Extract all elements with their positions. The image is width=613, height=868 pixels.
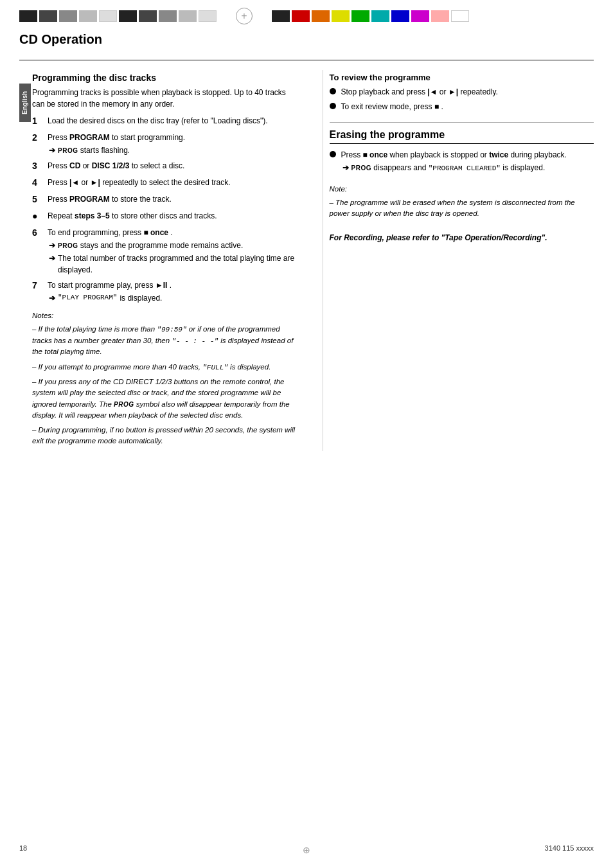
step2-arrow: ➔ prog starts flashing. bbox=[49, 145, 297, 156]
crosshair-bottom-center: ⊕ bbox=[303, 845, 310, 855]
step-content-7: To start programme play, press ►II . ➔ "… bbox=[48, 279, 297, 304]
erase-bullets: Press ■ once when playback is stopped or… bbox=[330, 149, 594, 174]
color-block-r4 bbox=[332, 10, 350, 22]
review-bullet-text-2: To exit review mode, press ■ . bbox=[341, 101, 443, 112]
review-heading: To review the programme bbox=[330, 73, 594, 82]
review-bullets: Stop playback and press |◄ or ►| repeate… bbox=[330, 86, 594, 112]
step-number-6: 6 bbox=[32, 226, 42, 276]
step7-arrow: ➔ "PLAY PROGRAM" is displayed. bbox=[49, 292, 297, 304]
step-number-7: 7 bbox=[32, 279, 42, 304]
step-1: 1 Load the desired discs on the disc tra… bbox=[32, 115, 297, 128]
step-3: 3 Press CD or DISC 1/2/3 to select a dis… bbox=[32, 160, 297, 173]
step-content-6: To end programming, press ■ once . ➔ pro… bbox=[48, 227, 297, 276]
color-strip-right bbox=[272, 10, 469, 22]
steps-list: 1 Load the desired discs on the disc tra… bbox=[32, 115, 297, 304]
note-2: – If you attempt to programme more than … bbox=[32, 362, 297, 373]
color-block-9 bbox=[179, 10, 197, 22]
notes-title: Notes: bbox=[32, 310, 297, 321]
erase-subsection: Erasing the programme Press ■ once when … bbox=[330, 129, 594, 174]
color-block-7 bbox=[139, 10, 157, 22]
step-number-2: 2 bbox=[32, 131, 42, 156]
step-content-2: Press PROGRAM to start programming. ➔ pr… bbox=[48, 132, 297, 156]
step-content-repeat: Repeat steps 3–5 to store other discs an… bbox=[48, 210, 297, 223]
page-number: 18 bbox=[19, 844, 27, 852]
color-block-r5 bbox=[351, 10, 369, 22]
step-bullet-repeat: ● bbox=[32, 209, 42, 223]
color-block-8 bbox=[159, 10, 177, 22]
notes-section: Notes: – If the total playing time is mo… bbox=[32, 310, 297, 447]
crosshair-circle-top bbox=[236, 8, 253, 24]
recording-note: For Recording, please refer to "Tape Ope… bbox=[330, 232, 594, 244]
step-7: 7 To start programme play, press ►II . ➔… bbox=[32, 279, 297, 304]
note-1: – If the total playing time is more than… bbox=[32, 324, 297, 357]
color-strip-left bbox=[19, 10, 217, 22]
step-number-1: 1 bbox=[32, 114, 42, 128]
bullet-dot-1 bbox=[330, 88, 336, 94]
review-bullet-text-1: Stop playback and press |◄ or ►| repeate… bbox=[341, 86, 498, 98]
main-content: CD Operation Programming the disc tracks… bbox=[0, 32, 613, 470]
step-5: 5 Press PROGRAM to store the track. bbox=[32, 193, 297, 206]
step-repeat: ● Repeat steps 3–5 to store other discs … bbox=[32, 210, 297, 223]
two-column-layout: Programming the disc tracks Programming … bbox=[19, 70, 594, 451]
language-label: English bbox=[19, 84, 31, 122]
left-column: Programming the disc tracks Programming … bbox=[19, 70, 303, 451]
top-bar bbox=[0, 0, 613, 32]
doc-number: 3140 115 xxxxx bbox=[545, 844, 594, 852]
step-number-3: 3 bbox=[32, 159, 42, 173]
main-divider bbox=[19, 60, 594, 60]
color-block-5 bbox=[99, 10, 117, 22]
page-container: English CD Operation Programming the dis… bbox=[0, 0, 613, 868]
step-content-1: Load the desired discs on the disc tray … bbox=[48, 115, 297, 128]
erase-note-subsection: Note: – The programme will be erased whe… bbox=[330, 184, 594, 220]
color-block-r3 bbox=[312, 10, 330, 22]
right-divider bbox=[330, 122, 594, 123]
color-block-r6 bbox=[371, 10, 389, 22]
erase-bullet-content-1: Press ■ once when playback is stopped or… bbox=[341, 149, 567, 174]
color-block-r10 bbox=[451, 10, 469, 22]
color-block-10 bbox=[199, 10, 217, 22]
step-4: 4 Press |◄ or ►| repeatedly to select th… bbox=[32, 177, 297, 190]
step-content-5: Press PROGRAM to store the track. bbox=[48, 193, 297, 206]
step6-arrow1: ➔ prog stays and the programme mode rema… bbox=[49, 240, 297, 251]
color-block-r2 bbox=[292, 10, 310, 22]
step6-arrow2: ➔ The total number of tracks programmed … bbox=[49, 252, 297, 276]
erase-note-title: Note: bbox=[330, 184, 594, 195]
bullet-dot-erase-1 bbox=[330, 151, 336, 157]
bullet-dot-2 bbox=[330, 103, 336, 109]
color-block-r7 bbox=[391, 10, 409, 22]
erase-bullet-1: Press ■ once when playback is stopped or… bbox=[330, 149, 594, 174]
step-number-5: 5 bbox=[32, 193, 42, 206]
step-6: 6 To end programming, press ■ once . ➔ p… bbox=[32, 227, 297, 276]
color-block-6 bbox=[119, 10, 137, 22]
section-title: CD Operation bbox=[19, 32, 594, 50]
erase-note-1: – The programme will be erased when the … bbox=[330, 197, 594, 220]
step-2: 2 Press PROGRAM to start programming. ➔ … bbox=[32, 132, 297, 156]
color-block-4 bbox=[79, 10, 97, 22]
step-number-4: 4 bbox=[32, 176, 42, 190]
programming-intro: Programming tracks is possible when play… bbox=[32, 87, 297, 110]
step-content-4: Press |◄ or ►| repeatedly to select the … bbox=[48, 177, 297, 190]
review-bullet-2: To exit review mode, press ■ . bbox=[330, 101, 594, 112]
color-block-1 bbox=[19, 10, 37, 22]
color-block-r9 bbox=[431, 10, 449, 22]
color-block-r8 bbox=[411, 10, 429, 22]
review-subsection: To review the programme Stop playback an… bbox=[330, 73, 594, 112]
erase-heading: Erasing the programme bbox=[330, 129, 594, 144]
color-block-3 bbox=[59, 10, 77, 22]
review-bullet-1: Stop playback and press |◄ or ►| repeate… bbox=[330, 86, 594, 98]
note-4: – During programming, if no button is pr… bbox=[32, 425, 297, 447]
step-content-3: Press CD or DISC 1/2/3 to select a disc. bbox=[48, 160, 297, 173]
programming-heading: Programming the disc tracks bbox=[32, 73, 297, 83]
color-block-r1 bbox=[272, 10, 290, 22]
erase-arrow: ➔ prog disappears and "PROGRAM CLEARED" … bbox=[342, 162, 567, 174]
right-column: To review the programme Stop playback an… bbox=[323, 70, 594, 451]
note-3: – If you press any of the CD DIRECT 1/2/… bbox=[32, 376, 297, 421]
color-block-2 bbox=[39, 10, 57, 22]
